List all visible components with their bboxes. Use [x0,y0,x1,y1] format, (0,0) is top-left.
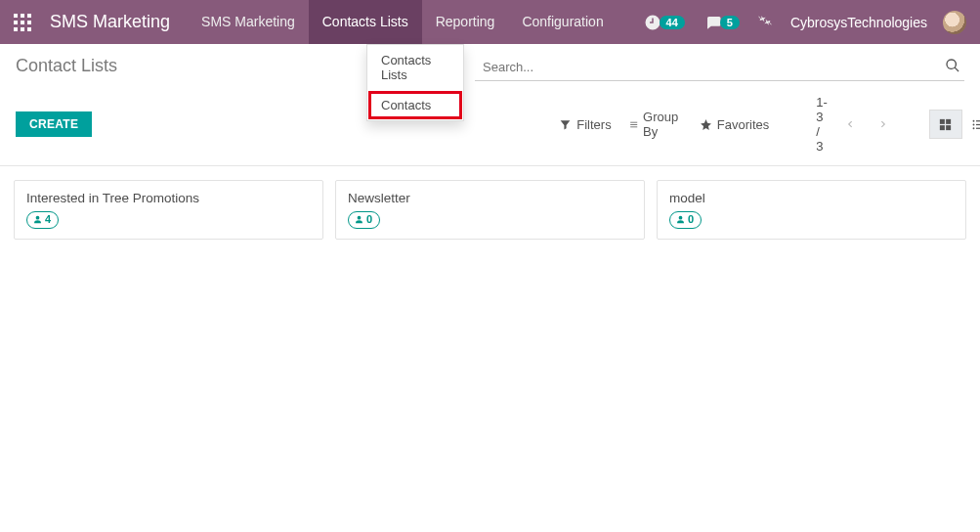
svg-rect-4 [21,21,24,24]
card-title: Interested in Tree Promotions [26,191,311,205]
star-icon [700,118,712,131]
pager-text: 1-3 / 3 [816,95,828,154]
search-box [475,54,964,81]
svg-rect-8 [27,27,31,31]
pager-next[interactable] [873,113,894,136]
chevron-right-icon [878,119,888,129]
person-icon [355,215,363,224]
filters-bar: Filters Group By Favorites 1-3 / 3 [559,95,980,154]
person-icon [33,215,42,224]
topbar: SMS Marketing SMS Marketing Contacts Lis… [0,0,980,44]
user-menu[interactable]: CybrosysTechnologies [781,15,941,30]
breadcrumb: Contact Lists [16,56,117,76]
svg-rect-5 [27,21,31,24]
avatar[interactable] [943,11,966,34]
topbar-right: 44 5 CybrosysTechnologies [634,0,980,44]
filters-label: Filters [576,117,611,132]
list-view-button[interactable] [962,110,980,139]
clock-icon [644,14,661,31]
contact-count-chip[interactable]: 4 [26,211,59,229]
filters-button[interactable]: Filters [559,117,611,132]
svg-rect-2 [27,14,31,18]
kanban-card[interactable]: model 0 [657,180,966,240]
favorites-button[interactable]: Favorites [700,117,769,132]
groupby-label: Group By [643,110,682,139]
view-switcher [929,110,980,139]
svg-rect-15 [946,125,951,130]
contacts-lists-dropdown: Contacts Lists Contacts [366,44,464,121]
svg-rect-19 [976,123,980,124]
svg-rect-17 [976,120,980,121]
discuss-button[interactable]: 5 [695,0,749,44]
svg-rect-12 [940,118,945,123]
kanban-board: Interested in Tree Promotions 4 Newslett… [0,166,980,253]
groupby-button[interactable]: Group By [629,110,682,139]
card-title: model [669,191,954,205]
activity-button[interactable]: 44 [634,0,695,44]
discuss-badge: 5 [720,16,740,29]
app-brand[interactable]: SMS Marketing [44,12,188,32]
search-icon[interactable] [945,58,960,76]
favorites-label: Favorites [717,117,769,132]
control-panel: Contact Lists CREATE Filters Group By [0,44,980,166]
svg-rect-6 [14,27,18,31]
nav-configuration[interactable]: Configuration [508,0,617,44]
svg-rect-7 [21,27,24,31]
debug-icon[interactable] [749,13,781,31]
funnel-icon [559,118,572,131]
kanban-card[interactable]: Newsletter 0 [335,180,645,240]
contact-count-chip[interactable]: 0 [348,211,380,229]
svg-rect-13 [946,118,951,123]
svg-point-18 [973,123,975,125]
nav-sms-marketing[interactable]: SMS Marketing [188,0,309,44]
chevron-left-icon [845,119,855,129]
svg-rect-10 [630,124,637,125]
activity-badge: 44 [660,16,685,29]
svg-point-20 [973,127,975,129]
dropdown-item-contacts-lists[interactable]: Contacts Lists [367,45,463,90]
contact-count: 4 [45,212,51,227]
svg-rect-3 [14,21,18,24]
svg-rect-11 [630,126,637,127]
apps-icon[interactable] [0,0,44,44]
create-button[interactable]: CREATE [16,111,92,137]
nav-reporting[interactable]: Reporting [422,0,509,44]
dropdown-item-contacts[interactable]: Contacts [367,90,463,120]
person-icon [676,215,685,224]
list-icon [629,118,638,131]
kanban-view-button[interactable] [929,110,962,139]
svg-rect-1 [21,14,24,18]
contact-count: 0 [688,212,694,227]
kanban-icon [938,117,953,132]
pager-prev[interactable] [839,113,861,136]
card-title: Newsletter [348,191,632,205]
list-view-icon [971,117,980,132]
contact-count-chip[interactable]: 0 [669,211,702,229]
pager: 1-3 / 3 [816,95,894,154]
svg-rect-14 [940,125,945,130]
svg-rect-9 [630,121,637,122]
svg-point-16 [973,119,975,121]
svg-rect-0 [14,14,18,18]
contact-count: 0 [366,212,372,227]
kanban-card[interactable]: Interested in Tree Promotions 4 [14,180,323,240]
search-input[interactable] [483,60,964,74]
nav-contacts-lists[interactable]: Contacts Lists [309,0,422,44]
svg-rect-21 [976,127,980,128]
